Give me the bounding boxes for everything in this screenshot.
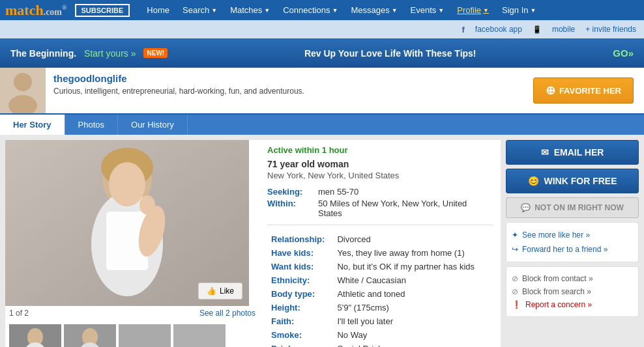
block-contact-label: Block from contact » [522, 274, 593, 283]
profile-photo [5, 140, 249, 306]
wink-icon: 😊 [528, 176, 539, 186]
tab-photos[interactable]: Photos [65, 115, 118, 135]
search-arrow-icon: ▼ [211, 7, 217, 14]
main-photo: 👍 Like [5, 140, 249, 306]
details-table: Relationship: Divorced Have kids: Yes, t… [267, 232, 493, 347]
see-more-label: See more like her » [522, 230, 590, 240]
table-row: Have kids: Yes, they live away from home… [269, 247, 491, 259]
relationship-value: Divorced [334, 233, 491, 245]
tab-our-history[interactable]: Our History [118, 115, 188, 135]
right-sidebar: ✉ EMAIL HER 😊 WINK FOR FREE 💬 NOT ON IM … [501, 135, 644, 347]
photo-thumb-3[interactable] [119, 324, 171, 347]
email-label: EMAIL HER [554, 147, 604, 158]
im-status: 💬 NOT ON IM RIGHT NOW [506, 197, 639, 218]
favorite-button[interactable]: ⊕ FAVORITE HER [533, 77, 634, 104]
profile-thumbnail [0, 68, 46, 113]
photo-section: 👍 Like 1 of 2 See all 2 photos SEE PHOTO… [5, 140, 259, 347]
logo-text: match [5, 2, 44, 18]
profile-info: thegoodlonglife Curious, intelligent, en… [46, 68, 523, 113]
relationship-label: Relationship: [269, 233, 333, 245]
sign-in-arrow-icon: ▼ [531, 7, 536, 14]
profile-thumbnail-image [0, 68, 46, 113]
photo-counter: 1 of 2 See all 2 photos [5, 306, 259, 320]
nav-sign-in-label: Sign In [502, 5, 528, 15]
see-more-like-her-link[interactable]: ✦ See more like her » [512, 228, 633, 242]
nav-messages-label: Messages [351, 5, 389, 15]
smoke-label: Smoke: [269, 329, 333, 341]
start-yours-link[interactable]: Start yours » [84, 48, 136, 59]
beginning-text: The Beginning. [10, 48, 76, 59]
nav-sign-in[interactable]: Sign In▼ [495, 0, 542, 20]
wink-button[interactable]: 😊 WINK FOR FREE [506, 169, 639, 193]
mobile-link[interactable]: mobile [552, 25, 575, 34]
favorite-label: FAVORITE HER [559, 86, 621, 96]
top-navigation: match.com® SUBSCRIBE Home Search▼ Matche… [0, 0, 644, 20]
photo-count: 1 of 2 [9, 309, 29, 318]
forward-label: Forward her to a friend » [522, 245, 607, 254]
events-arrow-icon: ▼ [438, 7, 444, 14]
tab-her-story[interactable]: Her Story [0, 115, 65, 135]
subscribe-button[interactable]: SUBSCRIBE [75, 4, 130, 17]
svg-point-10 [139, 195, 155, 215]
divider [267, 225, 493, 225]
invite-friends-link[interactable]: + invite friends [585, 25, 636, 34]
logo-suffix: .com [44, 7, 62, 17]
see-all-photos-link[interactable]: See all 2 photos [199, 309, 256, 318]
nav-home[interactable]: Home [140, 0, 176, 20]
block-section: ⊘ Block from contact » ⊘ Block from sear… [506, 266, 639, 317]
svg-point-7 [109, 162, 145, 206]
nav-search[interactable]: Search▼ [176, 0, 224, 20]
see-more-icon: ✦ [512, 230, 518, 240]
promo-text: Rev Up Your Love Life With These Tips! [174, 48, 606, 59]
facebook-app-link[interactable]: facebook app [475, 25, 522, 34]
height-value: 5'9" (175cms) [334, 301, 491, 314]
profile-arrow-icon: ▼ [483, 7, 489, 14]
nav-links: Home Search▼ Matches▼ Connections▼ Messa… [140, 0, 639, 20]
seeking-label: Seeking: [267, 187, 313, 197]
go-button[interactable]: GO» [613, 48, 634, 59]
favorite-area: ⊕ FAVORITE HER [523, 68, 644, 113]
seeking-row: Seeking: men 55-70 [267, 187, 493, 197]
age-info: 71 year old woman [267, 159, 493, 169]
matches-arrow-icon: ▼ [264, 7, 270, 14]
thumb-image-1 [9, 324, 61, 347]
like-button[interactable]: 👍 Like [198, 283, 242, 299]
photo-thumb-2[interactable]: SEE PHOTO » [64, 324, 116, 347]
facebook-icon: f [462, 25, 465, 35]
photo-thumb-1[interactable]: SEE PHOTO » [9, 324, 61, 347]
profile-tagline: Curious, intelligent, entrepreneurial, h… [53, 87, 515, 96]
connections-arrow-icon: ▼ [332, 7, 338, 14]
profile-header: thegoodlonglife Curious, intelligent, en… [0, 68, 644, 115]
location: New York, New York, United States [267, 171, 493, 180]
nav-events[interactable]: Events▼ [404, 0, 451, 20]
nav-home-label: Home [147, 5, 169, 15]
nav-messages[interactable]: Messages▼ [344, 0, 403, 20]
report-concern-link[interactable]: ❗ Report a concern » [512, 298, 633, 311]
thumbs-up-icon: 👍 [207, 286, 216, 296]
nav-connections[interactable]: Connections▼ [276, 0, 344, 20]
within-label: Within: [267, 199, 313, 218]
mobile-icon: 📱 [533, 25, 542, 34]
site-logo: match.com® [5, 2, 67, 19]
table-row: Smoke: No Way [269, 329, 491, 341]
block-search-link[interactable]: ⊘ Block from search » [512, 285, 633, 298]
favorite-icon: ⊕ [546, 83, 555, 98]
im-label: NOT ON IM RIGHT NOW [534, 203, 624, 212]
email-icon: ✉ [541, 147, 549, 158]
nav-profile[interactable]: Profile▼ [450, 0, 495, 20]
svg-point-1 [14, 73, 32, 91]
block-contact-link[interactable]: ⊘ Block from contact » [512, 272, 633, 285]
action-links: ✦ See more like her » ↪ Forward her to a… [506, 222, 639, 262]
thumb-image-2 [64, 324, 116, 347]
wink-label: WINK FOR FREE [544, 176, 617, 186]
email-button[interactable]: ✉ EMAIL HER [506, 140, 639, 165]
photo-thumb-4[interactable] [173, 324, 226, 347]
ethnicity-value: White / Caucasian [334, 274, 491, 286]
im-icon: 💬 [521, 203, 531, 212]
report-label: Report a concern » [525, 300, 592, 309]
nav-matches[interactable]: Matches▼ [224, 0, 276, 20]
table-row: Drink: Social Drinker [269, 342, 491, 347]
messages-arrow-icon: ▼ [392, 7, 398, 14]
forward-to-friend-link[interactable]: ↪ Forward her to a friend » [512, 242, 633, 257]
body-type-value: Athletic and toned [334, 288, 491, 300]
